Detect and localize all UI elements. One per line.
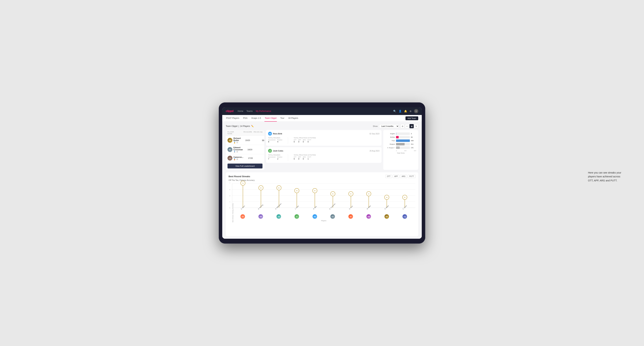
total-rounds-label-1: Total Rounds: [268, 137, 282, 139]
streaks-section-wrapper: Best Round Streaks OTT APP ARG PUTT Off …: [226, 172, 418, 236]
y-tick-1: 1: [230, 201, 230, 202]
avatar-ford-placeholder: DF: [348, 214, 353, 219]
table-row[interactable]: CA Cameron... 🥉 3 17/20 103: [226, 154, 264, 162]
card-player-name-1: RB Rees Britt: [268, 132, 282, 136]
arg-value-1: 0: [303, 141, 306, 143]
avatar-col-butler: RB: [378, 214, 396, 219]
bar-row-eagles: Eagles 3: [385, 133, 416, 135]
grid-view-btn[interactable]: ⊞: [400, 124, 404, 128]
card-view-btn[interactable]: ▦: [410, 124, 414, 128]
app-value-1: 0: [298, 141, 301, 143]
add-team-button[interactable]: Add Team: [406, 116, 418, 120]
streaks-header: Best Round Streaks OTT APP ARG PUTT: [228, 175, 416, 178]
y-tick-0: 0: [230, 207, 230, 209]
bar-chart-footer: Total Shots: [385, 152, 416, 154]
bell-icon[interactable]: 🔔: [404, 110, 407, 113]
logo: clippd: [226, 110, 234, 113]
filter-ott[interactable]: OTT: [385, 175, 392, 178]
avatar-crossman-placeholder: EC: [330, 214, 335, 219]
ott-label-1: OTT: [294, 139, 296, 141]
streaks-section: Best Round Streaks OTT APP ARG PUTT Off …: [226, 172, 418, 236]
user-avatar[interactable]: U: [414, 109, 418, 113]
bar-fill-double-bogeys: [396, 147, 400, 149]
streaks-chart-container: Best Streak, Fairway Accuracy: [228, 183, 416, 234]
view-toggle: ⊞ ≡ ▦ ⇅: [400, 124, 418, 128]
avatar-quick-placeholder: CQ: [402, 214, 407, 219]
bar-row-double-bogeys: D. Bogeys + 131: [385, 147, 416, 149]
subnav-pgat-players[interactable]: PGAT Players: [226, 115, 240, 122]
edit-icon[interactable]: ✏️: [251, 125, 254, 127]
nav-teams[interactable]: Teams: [246, 109, 252, 113]
avatar-2: EC: [228, 147, 232, 152]
practice-activities-group-2: Total Practice Activities OTT 0 APP 0: [294, 154, 316, 161]
bar-chart-xaxis: 0 200 400: [385, 150, 416, 152]
bar-value-double-bogeys: 131: [411, 147, 416, 149]
avatar-col-britt: RB: [306, 214, 324, 219]
avatar-3: CA: [228, 156, 232, 161]
name-col-crossman: E. Crossman: [324, 208, 342, 210]
subnav-pga[interactable]: PGA: [243, 115, 248, 122]
name-col-coles: J. Coles: [288, 208, 306, 210]
bar-value-bogeys: 311: [411, 143, 416, 145]
arg-item-1: ARG 0: [303, 139, 306, 143]
bar-label-pars: Pars: [385, 140, 395, 142]
circle-plus-icon[interactable]: ⊕: [410, 110, 412, 113]
pb-score-3: 17/20: [244, 157, 258, 159]
avatar-col-billingham: DB: [270, 214, 288, 219]
bar-value-pars: 499: [411, 140, 416, 142]
filter-arg[interactable]: ARG: [400, 175, 407, 178]
player-columns: 7x 6x: [232, 183, 416, 208]
subnav-links: PGAT Players PGA Hcaps 1-5 Team Clippd T…: [226, 115, 298, 122]
bar-value-eagles: 3: [411, 133, 416, 135]
tournament-label-1: Tournament: [268, 139, 276, 141]
filter-app[interactable]: APP: [393, 175, 399, 178]
name-col-butler: R. Butler: [378, 208, 396, 210]
bar-track-double-bogeys: [396, 147, 410, 149]
avatar-mcherg: BM: [258, 214, 263, 219]
arg-label-2: ARG: [303, 156, 306, 158]
avatar-col-ebert: EE: [234, 214, 252, 219]
tournament-label-2: Tournament: [268, 156, 276, 158]
table-row[interactable]: EC Edward Crossman 🥈 2 18/20 10: [226, 145, 264, 154]
list-view-btn[interactable]: ≡: [405, 124, 409, 128]
streak-line-miller: [368, 194, 369, 208]
app-label-2: APP: [298, 156, 301, 158]
search-icon[interactable]: 🔍: [393, 110, 396, 113]
player-col-ford: 4x: [342, 183, 360, 208]
user-icon[interactable]: 👤: [399, 110, 402, 113]
subnav-tour[interactable]: Tour: [280, 115, 285, 122]
practice-label-2: Practice: [277, 156, 282, 158]
nav-my-performance[interactable]: My Performance: [256, 109, 271, 113]
table-row[interactable]: RB Richard Butler 🏅 1 19/20 110: [226, 136, 264, 145]
navbar-right: 🔍 👤 🔔 ⊕ U: [393, 109, 418, 113]
ott-item-2: OTT 0: [294, 156, 296, 160]
rank-num-1: 1: [236, 141, 238, 144]
avatar-row: EE BM DB: [232, 214, 416, 219]
player-name-2: Edward Crossman: [234, 147, 243, 151]
player-info-2: EC Edward Crossman 🥈 2: [228, 147, 243, 153]
bar-fill-pars: [396, 140, 410, 142]
streak-bubble-britt: 5x: [312, 188, 317, 193]
period-dropdown[interactable]: Last 3 months Last 6 months Last 12 mont…: [379, 124, 399, 128]
subnav-hcaps[interactable]: Hcaps 1-5: [251, 115, 261, 122]
x-label-200: 200: [404, 150, 406, 152]
view-leaderboard-button[interactable]: View Full Leaderboard: [228, 164, 262, 169]
leaderboard-panel: PLAYER NAME PB SCORE PB AVG SQ RB Richar…: [226, 130, 264, 170]
total-rounds-group-1: Total Rounds Tournament 8 Practice 4: [268, 137, 282, 144]
player-col-billingham: 6x: [270, 183, 288, 208]
avatar-billingham: DB: [276, 214, 281, 219]
filter-putt[interactable]: PUTT: [408, 175, 416, 178]
content-grid: PLAYER NAME PB SCORE PB AVG SQ RB Richar…: [226, 130, 418, 170]
avatar-mcherg-placeholder: BM: [258, 214, 263, 219]
arg-value-2: 0: [303, 158, 306, 160]
nav-home[interactable]: Home: [238, 109, 243, 113]
bar-value-birdies: 96: [411, 136, 416, 138]
subnav-team-clippd[interactable]: Team Clippd: [264, 115, 277, 122]
subnav-all-players[interactable]: All Players: [288, 115, 298, 122]
practice-item-2: Practice 2: [277, 156, 282, 160]
avatar-coles-placeholder: JC: [294, 214, 299, 219]
filter-btn[interactable]: ⇅: [414, 124, 418, 128]
bar-track-eagles: [396, 133, 410, 135]
annotation-container: Here you can see streaks your players ha…: [588, 171, 623, 182]
streak-bubble-mcherg: 6x: [258, 185, 264, 190]
